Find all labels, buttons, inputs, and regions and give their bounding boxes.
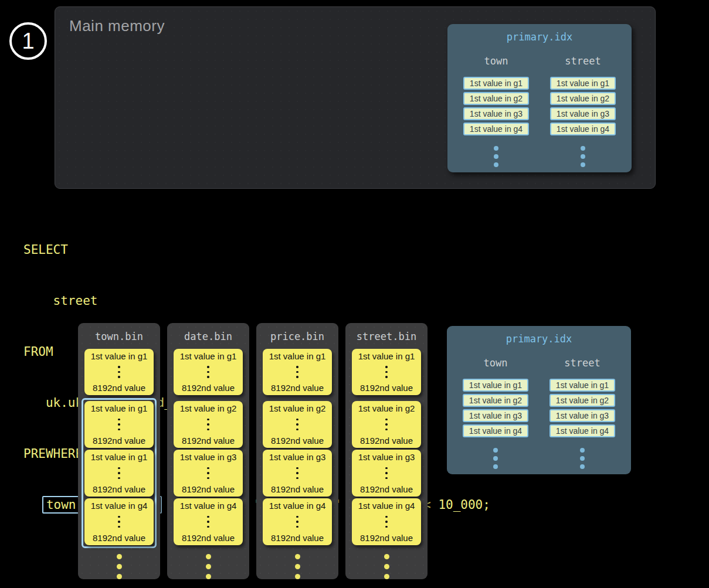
column-file-title: street.bin: [357, 330, 416, 343]
granule-block: 1st value in g3 8192nd value: [352, 450, 421, 497]
granule-last-value: 8192nd value: [182, 484, 235, 494]
granule-first-value: 1st value in g3: [358, 452, 415, 462]
granule-block: 1st value in g2 8192nd value: [352, 401, 421, 448]
granule-group: 1st value in g2 8192nd value 1st value i…: [171, 398, 246, 548]
main-memory-label: Main memory: [69, 17, 165, 35]
granule-last-value: 8192nd value: [360, 533, 413, 543]
index-column-town: town 1st value in g1 1st value in g2 1st…: [458, 43, 534, 167]
granule-last-value: 8192nd value: [93, 484, 145, 494]
index-mark: 1st value in g2: [463, 394, 528, 407]
ellipsis-dots: [118, 467, 120, 480]
ellipsis-dots: [118, 366, 120, 378]
sql-line: street: [23, 293, 490, 310]
granule-first-value: 1st value in g2: [269, 403, 326, 413]
granule-first-value: 1st value in g4: [91, 501, 148, 511]
granule-block: 1st value in g1 8192nd value: [84, 450, 154, 497]
index-mark: 1st value in g4: [463, 424, 528, 437]
index-mark: 1st value in g2: [550, 92, 616, 105]
granule-block: 1st value in g1 8192nd value: [263, 349, 332, 395]
primary-idx-panel-disk: primary.idx town 1st value in g1 1st val…: [447, 326, 631, 474]
granule-last-value: 8192nd value: [93, 533, 145, 543]
granule-last-value: 8192nd value: [271, 436, 324, 446]
granule-first-value: 1st value in g1: [269, 351, 326, 361]
column-files-row: town.bin 1st value in g1 8192nd value 1s…: [78, 323, 428, 579]
town-bin-column: town.bin 1st value in g1 8192nd value 1s…: [78, 323, 160, 579]
granule-block: 1st value in g3 8192nd value: [263, 450, 332, 497]
street-bin-column: street.bin 1st value in g1 8192nd value …: [345, 323, 428, 579]
index-mark: 1st value in g3: [463, 409, 528, 422]
index-mark: 1st value in g4: [463, 123, 529, 135]
diagram-canvas: 1 Main memory primary.idx town 1st value…: [0, 0, 709, 588]
granule-group: 1st value in g2 8192nd value 1st value i…: [260, 398, 335, 548]
index-mark: 1st value in g2: [549, 394, 615, 407]
selected-granules-highlight: 1st value in g1 8192nd value 1st value i…: [82, 398, 157, 548]
granule-first-value: 1st value in g2: [358, 403, 415, 413]
granule-first-value: 1st value in g3: [269, 452, 326, 462]
ellipsis-dots: [296, 419, 298, 431]
granule-block: 1st value in g4 8192nd value: [352, 498, 421, 545]
primary-idx-panel-memory: primary.idx town 1st value in g1 1st val…: [447, 24, 632, 172]
granule-last-value: 8192nd value: [271, 383, 324, 393]
granule-block: 1st value in g2 8192nd value: [263, 401, 332, 448]
granule-last-value: 8192nd value: [182, 383, 235, 393]
ellipsis-dots: [384, 554, 389, 579]
granule-group: 1st value in g2 8192nd value 1st value i…: [349, 398, 424, 548]
ellipsis-dots: [118, 419, 120, 431]
primary-idx-title: primary.idx: [447, 24, 632, 43]
granule-block: 1st value in g1 8192nd value: [84, 401, 154, 448]
index-mark: 1st value in g3: [549, 409, 615, 422]
price-bin-column: price.bin 1st value in g1 8192nd value 1…: [256, 323, 338, 579]
granule-last-value: 8192nd value: [360, 484, 413, 494]
index-mark: 1st value in g1: [550, 77, 616, 90]
index-mark: 1st value in g2: [463, 92, 529, 105]
primary-idx-columns: town 1st value in g1 1st value in g2 1st…: [447, 345, 631, 469]
index-column-street: street 1st value in g1 1st value in g2 1…: [544, 345, 620, 469]
ellipsis-dots: [581, 146, 585, 167]
granule-block: 1st value in g2 8192nd value: [174, 401, 243, 448]
granule-block: 1st value in g1 8192nd value: [84, 349, 154, 395]
index-mark: 1st value in g4: [550, 123, 616, 135]
granule-first-value: 1st value in g1: [91, 351, 148, 361]
step-1-badge: 1: [9, 22, 47, 60]
granule-block: 1st value in g4 8192nd value: [263, 498, 332, 545]
granule-last-value: 8192nd value: [360, 383, 413, 393]
granule-first-value: 1st value in g4: [358, 501, 415, 511]
granule-first-value: 1st value in g1: [180, 351, 237, 361]
granule-last-value: 8192nd value: [360, 436, 413, 446]
ellipsis-dots: [118, 516, 120, 528]
ellipsis-dots: [207, 467, 209, 480]
granule-block: 1st value in g3 8192nd value: [174, 450, 243, 497]
granule-last-value: 8192nd value: [182, 436, 235, 446]
index-column-header: street: [564, 356, 600, 369]
granule-first-value: 1st value in g4: [180, 501, 237, 511]
granule-first-value: 1st value in g3: [180, 452, 237, 462]
index-column-header: town: [484, 356, 508, 369]
ellipsis-dots: [296, 516, 298, 528]
ellipsis-dots: [385, 366, 388, 378]
granule-block: 1st value in g1 8192nd value: [352, 349, 421, 395]
ellipsis-dots: [296, 467, 298, 480]
ellipsis-dots: [117, 554, 122, 579]
ellipsis-dots: [494, 146, 498, 167]
date-bin-column: date.bin 1st value in g1 8192nd value 1s…: [167, 323, 249, 579]
ellipsis-dots: [385, 419, 388, 431]
ellipsis-dots: [493, 448, 498, 469]
granule-first-value: 1st value in g1: [91, 403, 148, 413]
index-mark: 1st value in g1: [463, 77, 529, 90]
ellipsis-dots: [207, 419, 209, 431]
ellipsis-dots: [296, 366, 298, 378]
ellipsis-dots: [580, 448, 585, 469]
step-number: 1: [22, 29, 34, 54]
ellipsis-dots: [385, 516, 388, 528]
index-mark: 1st value in g1: [463, 379, 528, 392]
granule-last-value: 8192nd value: [271, 484, 324, 494]
index-mark: 1st value in g3: [550, 107, 616, 120]
primary-idx-columns: town 1st value in g1 1st value in g2 1st…: [447, 43, 632, 167]
granule-last-value: 8192nd value: [182, 533, 235, 543]
granule-last-value: 8192nd value: [271, 533, 324, 543]
index-column-header: town: [484, 55, 508, 67]
main-memory-panel: Main memory primary.idx town 1st value i…: [55, 6, 656, 189]
ellipsis-dots: [295, 554, 300, 579]
granule-block: 1st value in g1 8192nd value: [174, 349, 243, 395]
index-column-header: street: [565, 55, 601, 67]
